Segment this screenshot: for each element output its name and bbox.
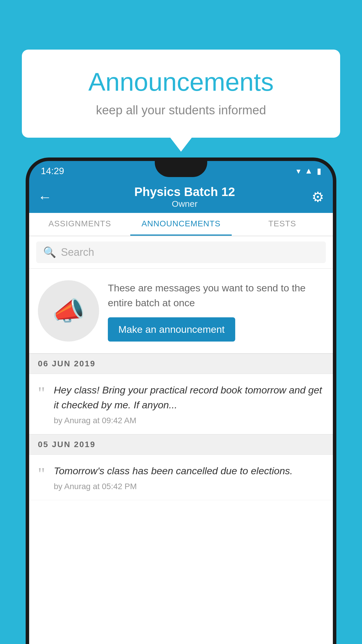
content-area: 🔍 Search 📣 These are messages you want t… <box>29 236 333 644</box>
bubble-subtitle: keep all your students informed <box>45 103 317 117</box>
quote-icon-1: " <box>38 384 45 402</box>
tab-bar: ASSIGNMENTS ANNOUNCEMENTS TESTS <box>29 213 333 236</box>
battery-icon: ▮ <box>317 166 321 176</box>
app-bar-center: Physics Batch 12 Owner <box>58 185 312 209</box>
announcement-meta-2: by Anurag at 05:42 PM <box>54 482 324 491</box>
status-bar: 14:29 ▾ ▲ ▮ <box>29 161 333 181</box>
wifi-icon: ▾ <box>296 166 301 176</box>
search-bar: 🔍 Search <box>29 236 333 269</box>
promo-icon-circle: 📣 <box>38 280 99 342</box>
quote-icon-2: " <box>38 465 45 482</box>
megaphone-icon: 📣 <box>52 296 85 326</box>
app-bar-title: Physics Batch 12 <box>58 185 312 199</box>
announcement-item-2: " Tomorrow's class has been cancelled du… <box>29 455 333 500</box>
tab-assignments[interactable]: ASSIGNMENTS <box>29 213 130 236</box>
promo-text: These are messages you want to send to t… <box>108 281 324 310</box>
announcement-meta-1: by Anurag at 09:42 AM <box>54 416 324 425</box>
app-bar-subtitle: Owner <box>58 199 312 209</box>
signal-icon: ▲ <box>305 166 313 176</box>
phone-device: 14:29 ▾ ▲ ▮ ← Physics Batch 12 Owner ⚙ <box>26 158 336 644</box>
date-divider-1: 06 JUN 2019 <box>29 354 333 374</box>
make-announcement-button[interactable]: Make an announcement <box>108 317 235 342</box>
announcement-text-2: Tomorrow's class has been cancelled due … <box>54 463 324 478</box>
announcement-body-1: Hey class! Bring your practical record b… <box>54 383 324 425</box>
promo-section: 📣 These are messages you want to send to… <box>29 269 333 354</box>
settings-icon[interactable]: ⚙ <box>312 189 324 205</box>
back-button[interactable]: ← <box>38 189 52 205</box>
promo-right: These are messages you want to send to t… <box>108 281 324 342</box>
date-divider-2: 05 JUN 2019 <box>29 434 333 455</box>
search-placeholder: Search <box>61 246 94 258</box>
status-icons: ▾ ▲ ▮ <box>296 166 321 176</box>
tab-tests[interactable]: TESTS <box>232 213 333 236</box>
search-icon: 🔍 <box>43 246 56 258</box>
bubble-title: Announcements <box>45 67 317 97</box>
phone-screen: 14:29 ▾ ▲ ▮ ← Physics Batch 12 Owner ⚙ <box>29 161 333 644</box>
announcement-body-2: Tomorrow's class has been cancelled due … <box>54 463 324 491</box>
phone-inner: 14:29 ▾ ▲ ▮ ← Physics Batch 12 Owner ⚙ <box>29 161 333 644</box>
notch <box>155 161 207 177</box>
speech-bubble-container: Announcements keep all your students inf… <box>22 50 340 138</box>
app-bar: ← Physics Batch 12 Owner ⚙ <box>29 181 333 213</box>
status-time: 14:29 <box>41 166 64 176</box>
announcement-text-1: Hey class! Bring your practical record b… <box>54 383 324 412</box>
announcement-item-1: " Hey class! Bring your practical record… <box>29 374 333 434</box>
search-input-wrapper[interactable]: 🔍 Search <box>36 242 326 263</box>
speech-bubble: Announcements keep all your students inf… <box>22 50 340 138</box>
tab-announcements[interactable]: ANNOUNCEMENTS <box>130 213 231 236</box>
